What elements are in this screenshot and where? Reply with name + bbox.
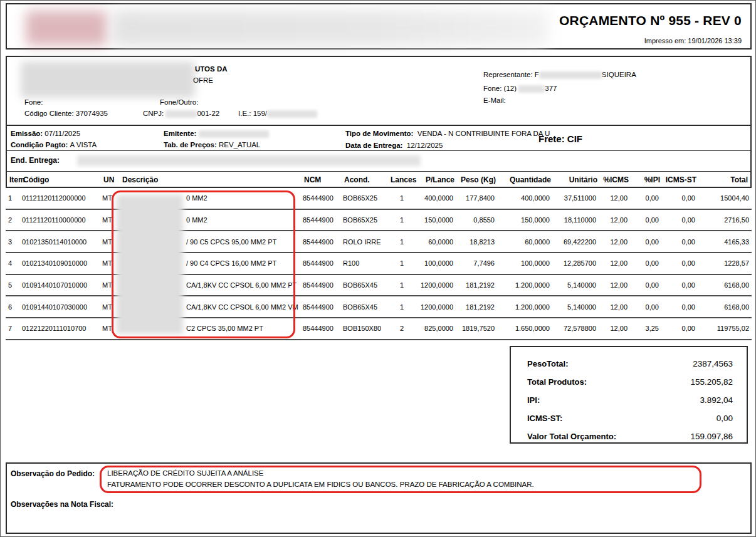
- item-total: 1228,57: [698, 259, 752, 267]
- representative-label: Representante: F: [483, 71, 539, 78]
- col-header-ncm: NCM: [304, 175, 344, 184]
- freight-type: Frete: CIF: [538, 133, 582, 144]
- item-total: 4165,33: [698, 238, 752, 246]
- redacted-issuer: [199, 130, 269, 138]
- item-lances: 1: [389, 303, 414, 311]
- item-ipi-pct: 0,00: [630, 259, 661, 267]
- item-code: 01021350114010000: [22, 238, 102, 246]
- total-row: Total Produtos:155.205,82: [511, 373, 747, 391]
- item-total: 6168,00: [698, 281, 752, 289]
- total-label: PesoTotal:: [527, 359, 569, 368]
- delivery-date: Data de Entrega: 12/12/2025: [345, 142, 443, 149]
- quote-document: ORÇAMENTO Nº 955 - REV 0 Impresso em: 19…: [0, 0, 756, 537]
- col-header-un: UN: [103, 175, 122, 184]
- customer-name-fragment-1: UTOS DA: [195, 65, 228, 73]
- col-header-p_lance: P/Lance: [416, 175, 458, 184]
- item-per-lance: 60,0000: [414, 238, 457, 246]
- customer-fone-label: Fone:: [24, 98, 43, 106]
- total-value: 2387,4563: [693, 359, 733, 368]
- item-total: 2716,50: [698, 216, 752, 224]
- item-ncm: 85444900: [303, 303, 343, 311]
- item-icms-pct: 12,00: [600, 303, 630, 311]
- item-quantity: 60,0000: [500, 238, 555, 246]
- customer-cnpj: CNPJ: 001-22: [143, 110, 219, 118]
- item-unit-price: 37,511000: [555, 194, 600, 202]
- item-ncm: 85444900: [303, 281, 343, 289]
- item-packaging: BOB65X25: [343, 194, 389, 202]
- customer-name-fragment-2: OFRE: [193, 76, 213, 84]
- item-number: 2: [6, 216, 22, 224]
- total-value: 3.892,04: [700, 395, 733, 405]
- item-unit-price: 72,578800: [555, 325, 600, 332]
- item-number: 7: [6, 325, 22, 332]
- item-packaging: BOB150X80: [343, 325, 389, 332]
- item-ipi-pct: 3,25: [630, 325, 661, 332]
- item-per-lance: 100,0000: [414, 259, 457, 267]
- redacted-representative-fone: [518, 85, 545, 93]
- col-header-item: Item: [7, 175, 23, 184]
- item-weight-kg: 7,7496: [457, 259, 500, 267]
- item-lances: 2: [389, 325, 414, 332]
- price-table: Tab. de Preços: REV_ATUAL: [164, 141, 260, 149]
- item-ipi-pct: 0,00: [630, 281, 661, 289]
- total-row: PesoTotal:2387,4563: [511, 355, 747, 373]
- total-value: 159.097,86: [690, 432, 733, 441]
- item-quantity: 1.650,0000: [500, 325, 555, 332]
- item-number: 1: [6, 194, 22, 202]
- item-code: 01091440107030000: [22, 303, 102, 311]
- order-observation-line-1: LIBERAÇÃO DE CRÉDITO SUJEITA A ANÁLISE: [107, 469, 263, 477]
- movement-type-value: VENDA - N CONTRIBUINTE FORA DA U: [417, 130, 550, 137]
- redacted-descriptions: [117, 195, 183, 334]
- item-icms-pct: 12,00: [600, 216, 630, 224]
- item-per-lance: 400,0000: [414, 194, 457, 202]
- col-header-quantidade: Quantidade: [501, 175, 556, 184]
- payment-condition: Condição Pagto: A VISTA: [11, 141, 97, 149]
- total-value: 155.205,82: [690, 377, 733, 387]
- redacted-company-banner: [112, 10, 548, 46]
- col-header-acond: Acond.: [344, 175, 391, 184]
- cnpj-suffix: 001-22: [197, 110, 219, 117]
- item-packaging: BOB65X45: [343, 303, 389, 311]
- col-header-unitario: Unitário: [556, 175, 601, 184]
- order-observation-label: Observação do Pedido:: [11, 469, 95, 478]
- item-number: 3: [6, 238, 22, 246]
- item-code: 01121120110000000: [22, 216, 102, 224]
- item-weight-kg: 0,8550: [457, 216, 500, 224]
- totals-box: PesoTotal:2387,4563Total Produtos:155.20…: [510, 346, 748, 444]
- item-ncm: 85444900: [303, 194, 343, 202]
- item-icms-st: 0,00: [661, 238, 698, 246]
- page-title: ORÇAMENTO Nº 955 - REV 0: [559, 13, 742, 28]
- col-header-ipi: %IPI: [631, 175, 663, 184]
- item-icms-pct: 12,00: [600, 325, 630, 332]
- item-quantity: 400,0000: [500, 194, 555, 202]
- item-ncm: 85444900: [303, 325, 343, 332]
- item-icms-pct: 12,00: [600, 281, 630, 289]
- item-total: 6168,00: [698, 303, 752, 311]
- item-lances: 1: [389, 194, 414, 202]
- customer-section: UTOS DA OFRE Fone: Fone/Outro: Código Cl…: [7, 57, 750, 125]
- col-header-descricao: Descrição: [122, 175, 304, 184]
- movement-type: Tipo de Movimento: VENDA - N CONTRIBUINT…: [345, 130, 550, 137]
- col-header-icms_st: ICMS-ST: [663, 175, 699, 184]
- order-observation-line-2: FATURAMENTO PODE OCORRER DESCONTO A DUPL…: [107, 481, 534, 488]
- item-packaging: R100: [343, 259, 389, 267]
- col-header-peso: Peso (Kg): [458, 175, 501, 184]
- delivery-date-value: 12/12/2025: [407, 142, 443, 149]
- item-ipi-pct: 0,00: [630, 216, 661, 224]
- items-table-header: ItemCódigoUNDescriçãoNCMAcond.LancesP/La…: [7, 171, 750, 187]
- item-quantity: 1.200,0000: [500, 303, 555, 311]
- customer-fone-outro-label: Fone/Outro:: [160, 98, 198, 106]
- item-ncm: 85444900: [303, 238, 343, 246]
- items-header-row: ItemCódigoUNDescriçãoNCMAcond.LancesP/La…: [7, 172, 750, 187]
- ie-label: I.E.: 159/: [238, 110, 267, 117]
- col-header-codigo: Código: [23, 175, 103, 184]
- emission-value: 07/11/2025: [45, 130, 80, 137]
- item-icms-st: 0,00: [661, 281, 698, 289]
- item-weight-kg: 177,8400: [457, 194, 500, 202]
- issuer: Emitente:: [164, 130, 269, 138]
- item-icms-st: 0,00: [661, 216, 698, 224]
- item-weight-kg: 181,2192: [457, 281, 500, 289]
- representative-fone: Fone: (12) 377: [483, 85, 557, 93]
- item-weight-kg: 1819,7520: [457, 325, 500, 332]
- item-code: 01221220111010700: [22, 325, 102, 332]
